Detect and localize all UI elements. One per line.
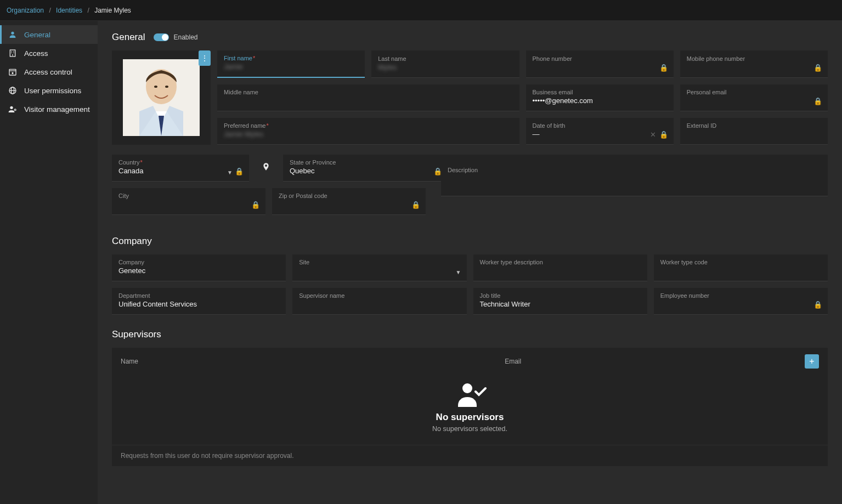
sidebar-item-user-permissions[interactable]: User permissions — [0, 81, 98, 100]
field-value: Quebec — [290, 167, 441, 175]
state-field[interactable]: State or Province Quebec 🔒 — [283, 155, 448, 182]
sidebar-item-label: User permissions — [24, 87, 81, 95]
supervisors-empty-state: No supervisors No supervisors selected. — [112, 375, 828, 445]
field-label: Business email — [533, 89, 667, 95]
svg-point-19 — [165, 86, 168, 88]
site-field[interactable]: Site ▼ — [292, 254, 466, 281]
field-label: Job title — [480, 292, 641, 299]
svg-rect-15 — [15, 110, 15, 110]
field-value: Unified Content Services — [118, 300, 279, 309]
sidebar-item-access-control[interactable]: Access control — [0, 63, 98, 81]
lock-icon: 🔒 — [251, 201, 260, 209]
svg-rect-6 — [12, 54, 13, 56]
section-title-supervisors: Supervisors — [112, 329, 161, 340]
section-title-company: Company — [112, 236, 152, 247]
field-label: Employee number — [660, 292, 821, 299]
worker-type-description-field[interactable]: Worker type description — [473, 254, 647, 281]
preferred-name-field[interactable]: Preferred name Jamie Myles — [217, 118, 519, 145]
worker-type-code-field[interactable]: Worker type code — [654, 254, 828, 281]
field-value — [299, 267, 460, 275]
business-email-field[interactable]: Business email •••••@genetec.com — [526, 84, 674, 111]
person-icon — [8, 30, 18, 39]
field-label: Site — [299, 259, 460, 265]
field-label: Personal email — [687, 89, 821, 95]
photo-menu-button[interactable]: ⋮ — [199, 50, 211, 66]
location-pin — [256, 155, 276, 182]
visitor-icon — [8, 105, 18, 114]
field-label: Mobile phone number — [687, 55, 821, 62]
department-field[interactable]: Department Unified Content Services — [112, 288, 286, 315]
date-of-birth-field[interactable]: Date of birth — ✕ 🔒 — [526, 118, 674, 145]
sidebar-item-label: Visitor management — [24, 105, 90, 114]
supervisor-empty-icon — [454, 381, 487, 407]
svg-rect-5 — [13, 53, 14, 53]
field-label: Worker type code — [660, 259, 821, 265]
chevron-down-icon: ▼ — [456, 269, 461, 275]
breadcrumb-organization[interactable]: Organization — [7, 7, 44, 14]
supervisors-empty-subtitle: No supervisors selected. — [112, 425, 828, 433]
photo-card: ⋮ — [112, 50, 211, 145]
job-title-field[interactable]: Job title Technical Writer — [473, 288, 647, 315]
breadcrumb-separator: / — [49, 7, 50, 14]
more-vertical-icon: ⋮ — [201, 54, 208, 63]
section-company: Company Company Genetec Site ▼ Worker ty… — [112, 236, 828, 315]
sidebar-item-access[interactable]: Access — [0, 44, 98, 63]
supervisors-header: Name Email + — [112, 348, 828, 375]
sidebar-item-visitor-management[interactable]: Visitor management — [0, 100, 98, 118]
country-field[interactable]: Country Canada ▼ 🔒 — [112, 155, 249, 182]
field-value — [448, 174, 821, 183]
field-value: Canada — [118, 167, 242, 175]
field-value: Technical Writer — [480, 300, 641, 309]
field-label: Preferred name — [224, 122, 513, 129]
field-label: State or Province — [290, 159, 441, 166]
field-value — [480, 267, 641, 275]
first-name-field[interactable]: First name Jamie — [217, 50, 365, 78]
employee-number-field[interactable]: Employee number 🔒 — [654, 288, 828, 315]
description-field[interactable]: Description — [441, 155, 828, 196]
field-value — [660, 267, 821, 275]
supervisors-panel: Name Email + No supervisors No superviso… — [112, 348, 828, 466]
supervisors-footer-note: Requests from this user do not require s… — [112, 445, 828, 466]
chevron-down-icon: ▼ — [227, 169, 233, 175]
zip-field[interactable]: Zip or Postal code 🔒 — [272, 188, 426, 215]
city-field[interactable]: City 🔒 — [112, 188, 265, 215]
map-pin-icon — [262, 161, 270, 172]
field-value: Jamie — [224, 63, 358, 71]
lock-icon: 🔒 — [411, 201, 420, 209]
svg-point-13 — [10, 106, 13, 109]
field-value — [224, 97, 513, 105]
phone-field[interactable]: Phone number 🔒 — [526, 50, 674, 78]
field-value — [533, 63, 667, 72]
company-field[interactable]: Company Genetec — [112, 254, 286, 281]
clear-icon[interactable]: ✕ — [650, 131, 656, 139]
field-label: Department — [118, 292, 279, 299]
mobile-phone-field[interactable]: Mobile phone number 🔒 — [680, 50, 828, 78]
add-supervisor-button[interactable]: + — [805, 354, 819, 369]
supervisors-empty-title: No supervisors — [112, 412, 828, 423]
toggle-switch-icon — [154, 33, 169, 41]
last-name-field[interactable]: Last name Myles — [371, 50, 519, 78]
enabled-toggle[interactable]: Enabled — [154, 33, 197, 41]
field-label: First name — [224, 55, 358, 61]
breadcrumb-identities[interactable]: Identities — [56, 7, 82, 14]
middle-name-field[interactable]: Middle name — [217, 84, 519, 111]
svg-rect-4 — [11, 53, 12, 53]
sidebar-item-general[interactable]: General — [0, 25, 98, 44]
personal-email-field[interactable]: Personal email 🔒 — [680, 84, 828, 111]
field-label: Phone number — [533, 55, 667, 62]
plus-icon: + — [809, 356, 814, 366]
field-label: Country — [118, 159, 242, 166]
supervisors-name-header: Name — [121, 358, 505, 365]
sidebar-item-label: Access control — [24, 68, 72, 76]
lock-icon: 🔒 — [659, 131, 668, 139]
field-value: •••••@genetec.com — [533, 97, 667, 105]
svg-point-0 — [11, 32, 14, 35]
top-bar: Organization / Identities / Jamie Myles — [0, 0, 842, 21]
lock-icon: 🔒 — [813, 64, 822, 72]
sidebar: General Access Access control User permi… — [0, 21, 98, 504]
supervisor-name-field[interactable]: Supervisor name — [292, 288, 466, 315]
lock-icon: 🔒 — [813, 97, 822, 105]
field-value — [118, 200, 259, 209]
external-id-field[interactable]: External ID — [680, 118, 828, 145]
field-value — [299, 300, 460, 309]
